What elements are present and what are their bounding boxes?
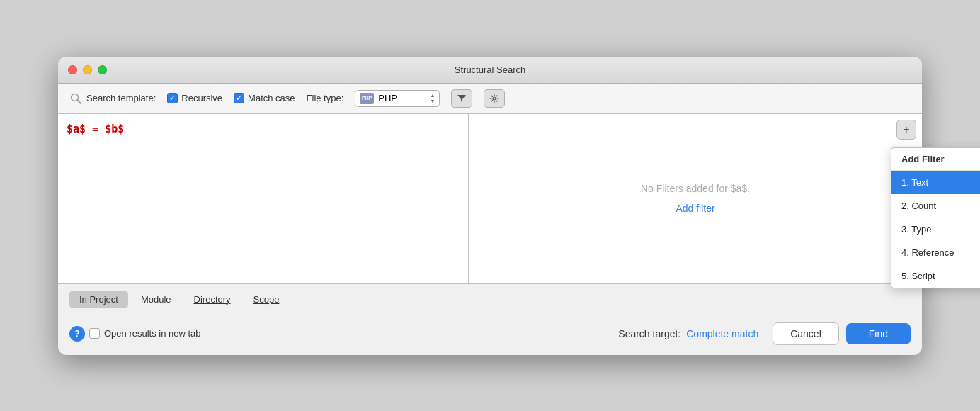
scope-scope[interactable]: Scope [244,291,290,308]
arrow-up-icon: ▲ [430,93,435,98]
match-case-checkbox[interactable]: ✓ Match case [234,93,295,103]
search-target-row: Search target: Complete match [618,328,758,339]
main-window: Structural Search Search template: ✓ Rec… [58,57,922,355]
open-newtab-checkbox[interactable] [89,328,100,339]
dropdown-item-2[interactable]: 2. Count [891,194,980,218]
scope-in-project[interactable]: In Project [69,291,128,308]
filter-icon [457,94,467,103]
toolbar: Search template: ✓ Recursive ✓ Match cas… [58,84,922,114]
recursive-checkbox[interactable]: ✓ Recursive [167,93,222,103]
add-filter-dropdown: Add Filter 1. Text 2. Count 3. Type 4. R… [891,147,980,288]
filters-pane: + Add Filter 1. Text 2. Count 3. Type 4.… [469,114,922,283]
open-newtab-label: Open results in new tab [104,328,201,339]
recursive-label: Recursive [181,93,222,103]
search-template-label: Search template: [86,93,156,103]
no-filters-text: No Filters added for $a$. [641,183,750,194]
add-filter-button[interactable]: + Add Filter 1. Text 2. Count 3. Type 4.… [896,120,916,140]
search-icon-area: Search template: [69,92,156,105]
dropdown-item-3[interactable]: 3. Type [891,218,980,241]
open-newtab-row: Open results in new tab [89,328,618,339]
recursive-checkbox-box[interactable]: ✓ [167,93,178,103]
scope-module[interactable]: Module [131,291,181,308]
svg-point-2 [493,97,496,100]
match-case-label: Match case [248,93,295,103]
file-type-value: PHP [378,93,423,103]
maximize-button[interactable] [98,65,107,74]
main-content: $a$ = $b$ + Add Filter 1. Text 2. Count … [58,114,922,284]
gear-button[interactable] [484,89,505,108]
find-button[interactable]: Find [846,323,911,344]
stepper-arrows: ▲ ▼ [430,93,435,103]
dropdown-item-5[interactable]: 5. Script [891,264,980,288]
code-content: $a$ = $b$ [67,123,124,135]
minimize-button[interactable] [83,65,92,74]
match-case-checkbox-box[interactable]: ✓ [234,93,244,103]
svg-line-1 [78,100,81,103]
php-icon: PHP [360,93,374,104]
scope-directory[interactable]: Directory [184,291,241,308]
arrow-down-icon: ▼ [430,98,435,103]
search-target-label: Search target: [618,328,680,339]
search-target-value[interactable]: Complete match [686,328,758,339]
help-button[interactable]: ? [69,326,85,342]
cancel-button[interactable]: Cancel [773,322,839,345]
file-type-select[interactable]: PHP PHP ▲ ▼ [355,90,440,107]
window-title: Structural Search [455,64,525,75]
file-type-label: File type: [307,93,344,103]
titlebar: Structural Search [58,57,922,84]
dropdown-item-4[interactable]: 4. Reference [891,241,980,264]
traffic-lights [68,65,107,74]
bottom-actions: Cancel Find [773,322,911,345]
dropdown-item-1[interactable]: 1. Text [891,171,980,194]
search-icon [69,92,82,105]
dropdown-header: Add Filter [891,148,980,171]
scope-bar: In Project Module Directory Scope [58,284,922,315]
add-filter-link[interactable]: Add filter [676,203,714,214]
filter-button[interactable] [451,89,472,108]
bottom-bar: ? Open results in new tab Search target:… [58,315,922,355]
editor-pane[interactable]: $a$ = $b$ [58,114,469,283]
close-button[interactable] [68,65,77,74]
gear-icon [489,94,499,103]
